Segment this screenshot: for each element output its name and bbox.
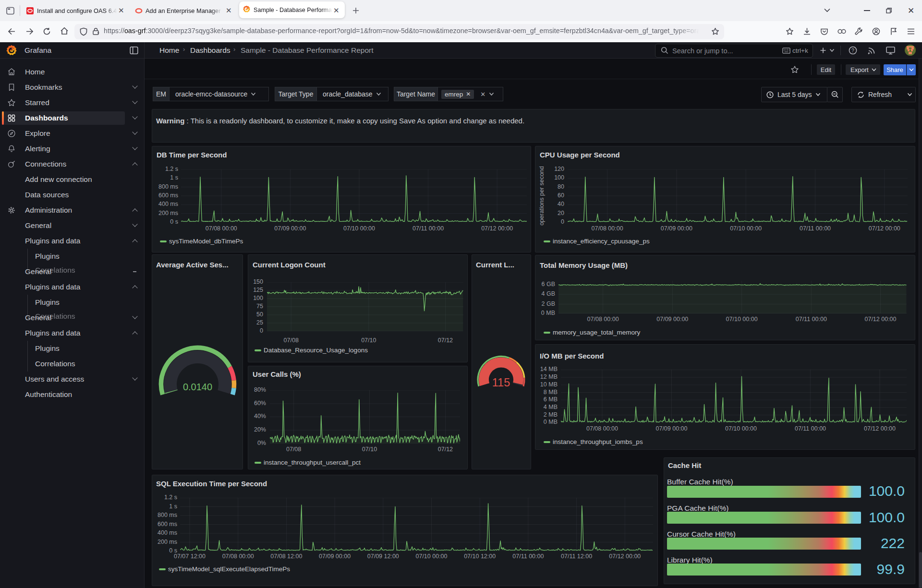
svg-text:115: 115	[492, 376, 510, 389]
svg-text:0.0140: 0.0140	[183, 382, 212, 392]
svg-text:?: ?	[851, 48, 854, 53]
